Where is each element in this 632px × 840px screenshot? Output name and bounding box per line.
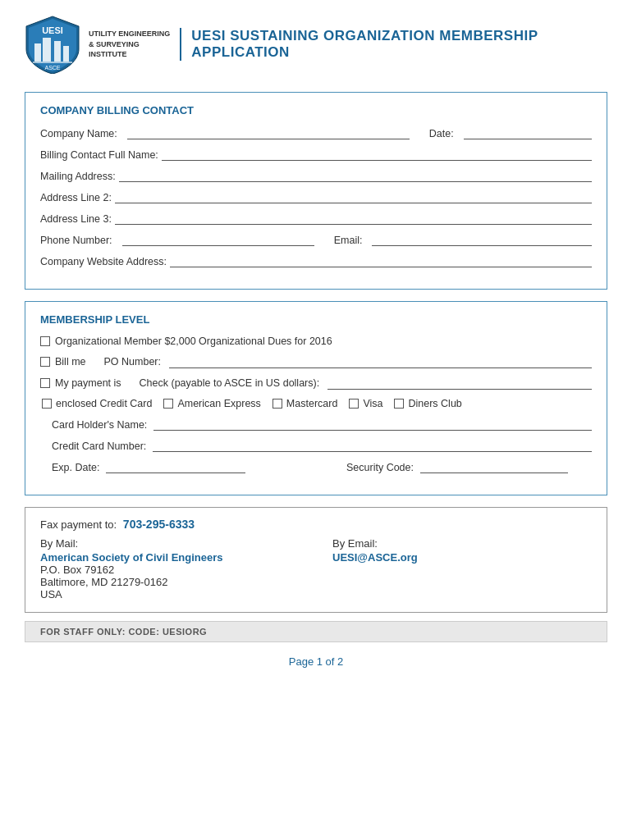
enclosed-cc-checkbox[interactable] — [42, 399, 52, 409]
card-holder-input[interactable] — [153, 418, 592, 431]
svg-rect-0 — [34, 43, 41, 62]
enclosed-cc-label: enclosed Credit Card — [56, 398, 152, 409]
diners-checkbox[interactable] — [394, 399, 404, 409]
diners-item: Diners Club — [394, 398, 461, 409]
phone-input[interactable] — [122, 233, 314, 246]
fax-label-row: Fax payment to: 703-295-6333 — [40, 518, 592, 531]
svg-rect-3 — [63, 46, 69, 62]
page-title: UESI Sustaining Organization Membership … — [191, 28, 607, 61]
payment-checkbox[interactable] — [40, 378, 50, 388]
svg-text:ASCE: ASCE — [44, 65, 60, 71]
security-code-input[interactable] — [420, 460, 568, 473]
card-number-row: Credit Card Number: — [40, 439, 592, 452]
mailing-address-input[interactable] — [119, 169, 592, 182]
fax-email-col: By Email: UESI@ASCE.org — [332, 537, 592, 600]
company-name-input[interactable] — [127, 126, 410, 139]
website-label: Company Website Address: — [40, 256, 167, 267]
address2-row: Address Line 2: — [40, 190, 592, 203]
fax-number: 703-295-6333 — [123, 518, 195, 531]
amex-label: American Express — [177, 398, 260, 409]
phone-email-row: Phone Number: Email: — [40, 233, 592, 246]
exp-security-row: Exp. Date: Security Code: — [40, 460, 592, 473]
company-name-row: Company Name: Date: — [40, 126, 592, 139]
uesi-logo-icon: UESI ASCE — [25, 15, 80, 74]
card-holder-row: Card Holder's Name: — [40, 418, 592, 431]
address2-input[interactable] — [115, 190, 592, 203]
by-mail-label: By Mail: — [40, 537, 300, 550]
phone-label: Phone Number: — [40, 235, 112, 246]
visa-item: Visa — [349, 398, 382, 409]
page-indicator: Page 1 of 2 — [25, 651, 607, 679]
bill-me-row: Bill me PO Number: — [40, 355, 592, 368]
city-state: Baltimore, MD 21279-0162 — [40, 576, 300, 588]
main-content: Company Billing Contact Company Name: Da… — [0, 84, 632, 687]
address2-label: Address Line 2: — [40, 192, 112, 203]
exp-date-label: Exp. Date: — [52, 462, 99, 473]
billing-contact-label: Billing Contact Full Name: — [40, 149, 158, 161]
fax-info-row: By Mail: American Society of Civil Engin… — [40, 537, 592, 600]
svg-rect-4 — [33, 62, 72, 63]
date-label: Date: — [429, 128, 454, 139]
org-member-label: Organizational Member $2,000 Organizatio… — [55, 336, 332, 347]
svg-text:UESI: UESI — [42, 25, 63, 35]
website-input[interactable] — [170, 254, 592, 267]
email-label: Email: — [334, 235, 363, 246]
org-name: American Society of Civil Engineers — [40, 551, 300, 564]
payment-label: My payment is — [55, 377, 121, 389]
exp-date-col: Exp. Date: — [52, 460, 297, 473]
bill-me-label: Bill me — [55, 356, 86, 368]
mailing-address-row: Mailing Address: — [40, 169, 592, 182]
card-number-input[interactable] — [153, 439, 592, 452]
mailing-address-label: Mailing Address: — [40, 171, 116, 182]
billing-section: Company Billing Contact Company Name: Da… — [25, 92, 607, 290]
credit-card-options-row: enclosed Credit Card American Express Ma… — [42, 398, 592, 409]
card-number-label: Credit Card Number: — [52, 441, 146, 452]
exp-date-input[interactable] — [106, 460, 245, 473]
logo-text: Utility Engineering & Surveying Institut… — [89, 29, 170, 60]
amex-checkbox[interactable] — [163, 399, 173, 409]
svg-rect-2 — [54, 41, 61, 62]
logo-divider — [180, 28, 181, 61]
payment-row: My payment is Check (payable to ASCE in … — [40, 377, 592, 390]
po-number-input[interactable] — [169, 355, 592, 368]
card-holder-label: Card Holder's Name: — [52, 419, 147, 431]
header: UESI ASCE Utility Engineering & Surveyin… — [0, 0, 632, 84]
org-member-checkbox[interactable] — [40, 336, 50, 346]
membership-section: Membership Level Organizational Member $… — [25, 301, 607, 495]
billing-contact-input[interactable] — [162, 148, 592, 161]
date-input[interactable] — [464, 126, 592, 139]
fax-label: Fax payment to: — [40, 518, 117, 531]
address3-row: Address Line 3: — [40, 212, 592, 225]
check-label: Check (payable to ASCE in US dollars): — [140, 377, 320, 389]
svg-rect-1 — [43, 38, 51, 62]
email-address: UESI@ASCE.org — [332, 551, 592, 564]
security-code-col: Security Code: — [346, 460, 592, 473]
amex-item: American Express — [163, 398, 260, 409]
by-email-label: By Email: — [332, 537, 592, 550]
website-row: Company Website Address: — [40, 254, 592, 267]
bill-me-checkbox[interactable] — [40, 357, 50, 367]
org-member-row: Organizational Member $2,000 Organizatio… — [40, 336, 592, 347]
fax-mail-col: By Mail: American Society of Civil Engin… — [40, 537, 300, 600]
country: USA — [40, 588, 300, 600]
email-input[interactable] — [372, 233, 592, 246]
enclosed-cc-item: enclosed Credit Card — [42, 398, 152, 409]
po-box: P.O. Box 79162 — [40, 564, 300, 576]
address3-label: Address Line 3: — [40, 213, 112, 225]
mastercard-label: Mastercard — [286, 398, 338, 409]
fax-section: Fax payment to: 703-295-6333 By Mail: Am… — [25, 507, 607, 613]
billing-section-title: Company Billing Contact — [40, 104, 592, 116]
mastercard-checkbox[interactable] — [272, 399, 282, 409]
check-input[interactable] — [327, 377, 592, 390]
billing-contact-row: Billing Contact Full Name: — [40, 148, 592, 161]
diners-label: Diners Club — [408, 398, 461, 409]
membership-section-title: Membership Level — [40, 313, 592, 326]
staff-bar: For Staff Only: Code: UESIORG — [25, 621, 607, 642]
visa-checkbox[interactable] — [349, 399, 359, 409]
company-name-label: Company Name: — [40, 128, 117, 139]
visa-label: Visa — [363, 398, 382, 409]
address3-input[interactable] — [115, 212, 592, 225]
logo-area: UESI ASCE Utility Engineering & Surveyin… — [25, 15, 191, 74]
mastercard-item: Mastercard — [272, 398, 338, 409]
security-code-label: Security Code: — [346, 462, 414, 473]
